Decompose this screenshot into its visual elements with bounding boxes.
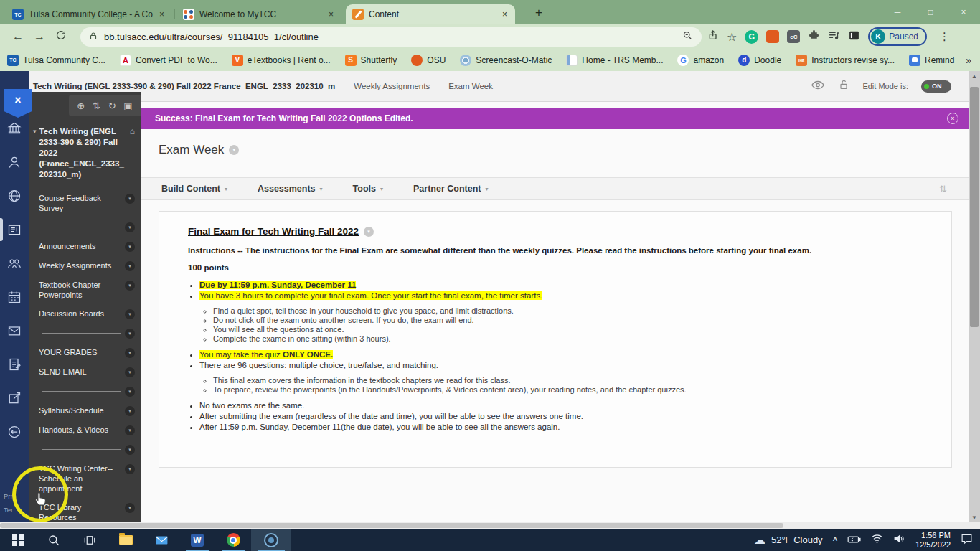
item-menu-badge[interactable]: ▾: [125, 281, 135, 291]
sidebar-item-handouts-videos[interactable]: Handouts, & Videos▾: [39, 420, 135, 440]
tools-menu[interactable]: Tools▾: [353, 184, 383, 194]
add-menu-item-icon[interactable]: ⊕: [77, 100, 85, 111]
tab-mytcc[interactable]: Welcome to MyTCC ×: [176, 4, 341, 24]
osu-extension-icon[interactable]: [766, 30, 779, 43]
profile-icon[interactable]: [0, 154, 29, 171]
item-menu-badge[interactable]: ▾: [125, 309, 135, 319]
sidebar-item-send-email[interactable]: SEND EMAIL▾: [39, 362, 135, 382]
file-explorer-button[interactable]: [108, 529, 143, 551]
sidebar-item-textbook-chapter-powerpoints[interactable]: Textbook Chapter Powerpoints▾: [39, 276, 135, 304]
institution-icon[interactable]: [0, 120, 29, 137]
item-menu-badge[interactable]: ▾: [125, 242, 135, 252]
build-content-menu[interactable]: Build Content▾: [161, 184, 227, 194]
task-view-button[interactable]: [72, 529, 108, 551]
battery-icon[interactable]: [847, 534, 861, 547]
sidebar-course-title[interactable]: Tech Writing (ENGL 2333-390 & 290) Fall …: [39, 126, 127, 180]
calendar-icon[interactable]: [0, 288, 29, 306]
item-menu-badge[interactable]: ▾: [125, 406, 135, 416]
grades-icon[interactable]: [0, 356, 29, 373]
edit-mode-toggle[interactable]: ON: [921, 80, 951, 93]
back-button[interactable]: ←: [7, 30, 29, 43]
bookmark-amazon[interactable]: Gamazon: [677, 55, 724, 66]
new-tab-button[interactable]: +: [529, 4, 548, 22]
tab-close-icon[interactable]: ×: [327, 9, 335, 19]
sidebar-item-weekly-assignments[interactable]: Weekly Assignments▾: [39, 256, 135, 276]
zoom-out-icon[interactable]: [682, 30, 693, 44]
bookmarks-overflow-chevron[interactable]: »: [966, 55, 971, 66]
tools-compose-icon[interactable]: [0, 390, 29, 407]
partner-content-menu[interactable]: Partner Content▾: [413, 184, 488, 194]
lock-icon[interactable]: [89, 31, 98, 44]
unlock-icon[interactable]: [838, 79, 849, 93]
bookmark-osu[interactable]: OSU: [411, 55, 446, 66]
item-menu-badge[interactable]: ▾: [125, 261, 135, 271]
weather-widget[interactable]: ☁ 52°F Cloudy: [754, 533, 823, 547]
mail-button[interactable]: [143, 529, 179, 551]
share-icon[interactable]: [707, 29, 719, 44]
maximize-button[interactable]: □: [914, 0, 947, 24]
vertical-scrollbar[interactable]: ▲ ▼: [969, 71, 980, 522]
scroll-up-arrow[interactable]: ▲: [969, 71, 980, 81]
side-panel-icon[interactable]: [848, 29, 860, 44]
tray-expand-chevron[interactable]: ^: [833, 536, 837, 545]
sidebar-item-course-feedback-survey[interactable]: Course Feedback Survey▾: [39, 189, 135, 217]
sidebar-item-syllabus-schedule[interactable]: Syllabus/Schedule▾: [39, 401, 135, 420]
messages-envelope-icon[interactable]: [0, 322, 29, 339]
bookmark-screencast[interactable]: Screencast-O-Matic: [460, 55, 552, 66]
word-button[interactable]: W: [179, 529, 215, 551]
scroll-down-arrow[interactable]: ▼: [969, 512, 980, 522]
screencast-o-matic-button[interactable]: [251, 529, 291, 551]
reload-button[interactable]: [50, 29, 72, 44]
bookmark-remind[interactable]: Remind: [909, 55, 954, 66]
tab-close-icon[interactable]: ×: [158, 9, 166, 19]
bookmark-etextbooks[interactable]: VeTextbooks | Rent o...: [232, 55, 331, 66]
terms-link-fragment[interactable]: Ter: [4, 506, 13, 514]
bookmark-ihe[interactable]: IHEInstructors revise sy...: [796, 55, 895, 66]
browser-menu-icon[interactable]: ⋮: [935, 30, 954, 43]
grammarly-extension-icon[interactable]: G: [745, 30, 758, 44]
courses-icon[interactable]: [0, 221, 29, 238]
bookmark-shutterfly[interactable]: SShutterfly: [345, 55, 397, 66]
divider-menu-badge[interactable]: ▾: [125, 222, 135, 232]
item-menu-badge[interactable]: ▾: [125, 464, 135, 474]
horizontal-scrollbar[interactable]: [0, 522, 980, 529]
start-button[interactable]: [0, 529, 36, 551]
item-menu-badge[interactable]: ▾: [125, 348, 135, 358]
sign-out-icon[interactable]: [0, 423, 29, 441]
divider-menu-badge[interactable]: ▾: [125, 387, 135, 397]
chrome-button[interactable]: [215, 529, 251, 551]
extensions-puzzle-icon[interactable]: [808, 29, 820, 44]
refresh-icon[interactable]: ↻: [108, 100, 116, 111]
open-window-icon[interactable]: ▣: [123, 100, 132, 111]
exam-link[interactable]: Final Exam for Tech Writing Fall 2022: [188, 226, 359, 237]
breadcrumb-course[interactable]: Tech Writing (ENGL 2333-390 & 290) Fall …: [33, 82, 335, 90]
taskbar-search-button[interactable]: [36, 529, 72, 551]
assessments-menu[interactable]: Assessments▾: [258, 184, 323, 194]
bookmark-trs[interactable]: Home - TRS Memb...: [566, 55, 663, 66]
wifi-icon[interactable]: [871, 534, 883, 547]
playlist-icon[interactable]: [828, 29, 840, 44]
sidebar-item-your-grades[interactable]: YOUR GRADES▾: [39, 343, 135, 362]
breadcrumb-weekly-assignments[interactable]: Weekly Assignments: [354, 82, 430, 90]
item-context-menu-icon[interactable]: ▾: [364, 227, 374, 237]
minimize-button[interactable]: ─: [881, 0, 914, 24]
taskbar-clock[interactable]: 1:56 PM 12/5/2022: [915, 531, 951, 550]
action-center-icon[interactable]: [961, 533, 973, 547]
address-bar[interactable]: bb.tulsacc.edu/ultra/courses/_91184105_1…: [80, 27, 702, 47]
breadcrumb-exam-week[interactable]: Exam Week: [448, 82, 493, 90]
course-title-block[interactable]: ▾ Tech Writing (ENGL 2333-390 & 290) Fal…: [29, 116, 141, 180]
reorder-icon[interactable]: ⇅: [93, 100, 100, 111]
forward-button[interactable]: →: [29, 30, 50, 43]
tab-close-icon[interactable]: ×: [501, 9, 509, 19]
item-menu-badge[interactable]: ▾: [125, 425, 135, 435]
close-window-button[interactable]: ×: [947, 0, 980, 24]
url-text[interactable]: bb.tulsacc.edu/ultra/courses/_91184105_1…: [104, 32, 676, 42]
reorder-items-icon[interactable]: ⇅: [939, 184, 947, 194]
bookmark-adobe[interactable]: AConvert PDF to Wo...: [120, 55, 217, 66]
organizations-icon[interactable]: [0, 255, 29, 272]
divider-menu-badge[interactable]: ▾: [125, 329, 135, 339]
horizontal-scroll-thumb[interactable]: [0, 523, 783, 528]
item-menu-badge[interactable]: ▾: [125, 503, 135, 513]
divider-menu-badge[interactable]: ▾: [125, 445, 135, 455]
profile-chip[interactable]: K Paused: [868, 27, 927, 46]
